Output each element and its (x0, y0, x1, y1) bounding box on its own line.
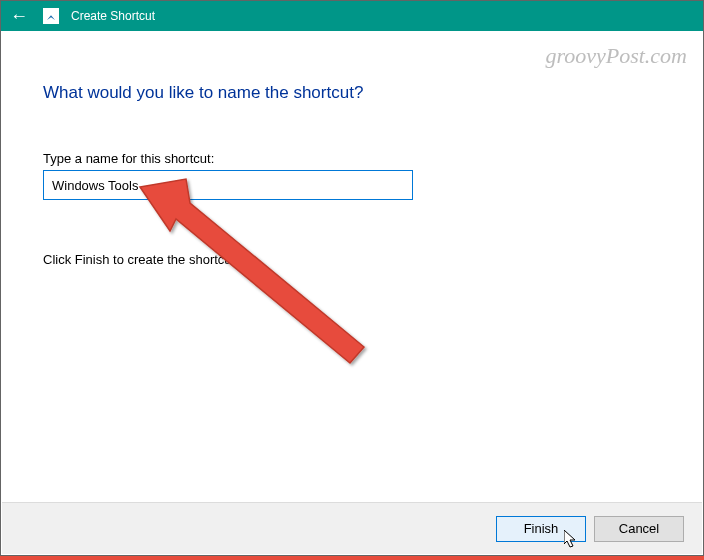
wizard-hint: Click Finish to create the shortcut. (43, 252, 657, 267)
back-button[interactable]: ← (7, 7, 31, 25)
wizard-heading: What would you like to name the shortcut… (43, 83, 657, 103)
content-area: What would you like to name the shortcut… (1, 31, 703, 503)
button-bar: Finish Cancel (2, 502, 702, 554)
window-title: Create Shortcut (71, 9, 155, 23)
bottom-annotation-bar (0, 556, 704, 560)
wizard-window: ← Create Shortcut What would you like to… (0, 0, 704, 556)
finish-button[interactable]: Finish (496, 516, 586, 542)
input-label: Type a name for this shortcut: (43, 151, 657, 166)
titlebar: ← Create Shortcut (1, 1, 703, 31)
shortcut-name-input[interactable] (43, 170, 413, 200)
cancel-button[interactable]: Cancel (594, 516, 684, 542)
shortcut-icon (43, 8, 59, 24)
